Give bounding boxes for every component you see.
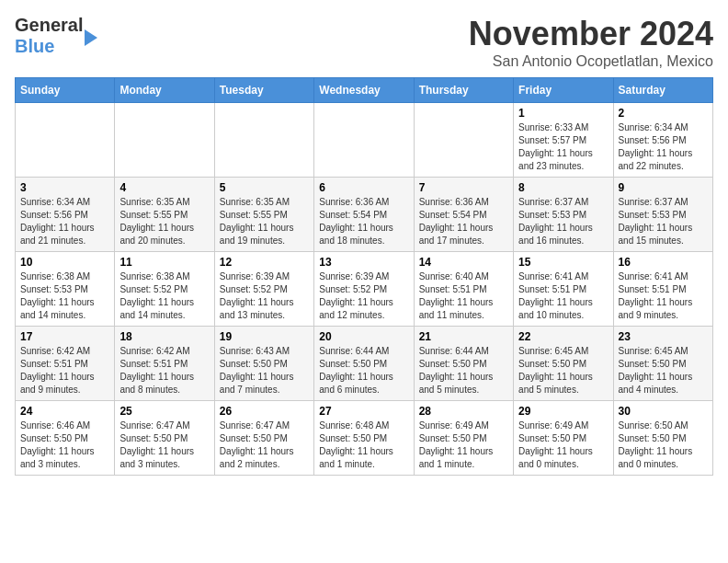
calendar-cell: 22Sunrise: 6:45 AM Sunset: 5:50 PM Dayli… [514, 327, 613, 401]
day-info: Sunrise: 6:47 AM Sunset: 5:50 PM Dayligh… [119, 419, 209, 471]
weekday-header-friday: Friday [514, 78, 613, 103]
calendar-cell: 1Sunrise: 6:33 AM Sunset: 5:57 PM Daylig… [514, 103, 613, 178]
day-number: 25 [119, 405, 209, 418]
calendar-cell [16, 103, 115, 178]
calendar-cell: 26Sunrise: 6:47 AM Sunset: 5:50 PM Dayli… [214, 401, 313, 476]
day-number: 27 [319, 405, 408, 418]
day-number: 18 [119, 330, 209, 343]
calendar-cell: 21Sunrise: 6:44 AM Sunset: 5:50 PM Dayli… [414, 327, 513, 401]
calendar-cell: 28Sunrise: 6:49 AM Sunset: 5:50 PM Dayli… [414, 401, 513, 476]
day-number: 23 [619, 330, 708, 343]
calendar-cell: 2Sunrise: 6:34 AM Sunset: 5:56 PM Daylig… [613, 103, 712, 178]
day-info: Sunrise: 6:45 AM Sunset: 5:50 PM Dayligh… [619, 345, 708, 396]
calendar-cell: 24Sunrise: 6:46 AM Sunset: 5:50 PM Dayli… [16, 401, 115, 476]
day-number: 26 [220, 405, 309, 418]
calendar-cell: 14Sunrise: 6:40 AM Sunset: 5:51 PM Dayli… [414, 252, 513, 327]
day-info: Sunrise: 6:39 AM Sunset: 5:52 PM Dayligh… [319, 270, 408, 322]
weekday-header-thursday: Thursday [414, 78, 513, 103]
calendar-cell: 12Sunrise: 6:39 AM Sunset: 5:52 PM Dayli… [214, 252, 313, 327]
day-number: 20 [319, 330, 408, 343]
calendar-cell [115, 103, 214, 178]
day-info: Sunrise: 6:35 AM Sunset: 5:55 PM Dayligh… [119, 196, 209, 247]
day-info: Sunrise: 6:42 AM Sunset: 5:51 PM Dayligh… [119, 345, 209, 396]
logo-general: General [15, 15, 83, 36]
day-info: Sunrise: 6:47 AM Sunset: 5:50 PM Dayligh… [220, 419, 309, 471]
logo: General Blue [15, 15, 97, 57]
day-number: 21 [419, 330, 508, 343]
day-number: 16 [619, 256, 708, 269]
week-row-3: 10Sunrise: 6:38 AM Sunset: 5:53 PM Dayli… [16, 252, 713, 327]
day-number: 13 [319, 256, 408, 269]
calendar-cell: 11Sunrise: 6:38 AM Sunset: 5:52 PM Dayli… [115, 252, 214, 327]
calendar-cell: 8Sunrise: 6:37 AM Sunset: 5:53 PM Daylig… [514, 178, 613, 252]
day-number: 3 [20, 181, 109, 194]
day-number: 1 [518, 107, 608, 120]
day-info: Sunrise: 6:38 AM Sunset: 5:53 PM Dayligh… [20, 270, 109, 322]
day-info: Sunrise: 6:45 AM Sunset: 5:50 PM Dayligh… [518, 345, 608, 396]
day-info: Sunrise: 6:49 AM Sunset: 5:50 PM Dayligh… [518, 419, 608, 471]
day-number: 6 [319, 181, 408, 194]
day-number: 29 [518, 405, 608, 418]
weekday-header-row: SundayMondayTuesdayWednesdayThursdayFrid… [16, 78, 713, 103]
calendar-cell: 25Sunrise: 6:47 AM Sunset: 5:50 PM Dayli… [115, 401, 214, 476]
day-number: 17 [20, 330, 109, 343]
day-number: 8 [518, 181, 608, 194]
weekday-header-tuesday: Tuesday [214, 78, 313, 103]
day-number: 28 [419, 405, 508, 418]
day-info: Sunrise: 6:35 AM Sunset: 5:55 PM Dayligh… [220, 196, 309, 247]
day-info: Sunrise: 6:41 AM Sunset: 5:51 PM Dayligh… [518, 270, 608, 322]
day-number: 12 [220, 256, 309, 269]
logo-blue: Blue [15, 36, 83, 57]
day-info: Sunrise: 6:49 AM Sunset: 5:50 PM Dayligh… [419, 419, 508, 471]
calendar-cell: 16Sunrise: 6:41 AM Sunset: 5:51 PM Dayli… [613, 252, 712, 327]
day-number: 5 [220, 181, 309, 194]
week-row-2: 3Sunrise: 6:34 AM Sunset: 5:56 PM Daylig… [16, 178, 713, 252]
day-number: 19 [220, 330, 309, 343]
month-title: November 2024 [469, 15, 713, 53]
calendar-cell: 27Sunrise: 6:48 AM Sunset: 5:50 PM Dayli… [314, 401, 414, 476]
calendar-cell [414, 103, 513, 178]
day-number: 14 [419, 256, 508, 269]
day-info: Sunrise: 6:44 AM Sunset: 5:50 PM Dayligh… [419, 345, 508, 396]
day-info: Sunrise: 6:34 AM Sunset: 5:56 PM Dayligh… [619, 121, 708, 173]
day-number: 4 [119, 181, 209, 194]
weekday-header-monday: Monday [115, 78, 214, 103]
day-number: 7 [419, 181, 508, 194]
day-info: Sunrise: 6:36 AM Sunset: 5:54 PM Dayligh… [419, 196, 508, 247]
location-title: San Antonio Ocopetlatlan, Mexico [469, 53, 713, 70]
day-number: 24 [20, 405, 109, 418]
header: General Blue November 2024 San Antonio O… [15, 15, 713, 70]
calendar-cell: 15Sunrise: 6:41 AM Sunset: 5:51 PM Dayli… [514, 252, 613, 327]
calendar-cell: 17Sunrise: 6:42 AM Sunset: 5:51 PM Dayli… [16, 327, 115, 401]
title-area: November 2024 San Antonio Ocopetlatlan, … [469, 15, 713, 70]
logo-triangle-icon [85, 29, 97, 46]
day-info: Sunrise: 6:41 AM Sunset: 5:51 PM Dayligh… [619, 270, 708, 322]
calendar-cell: 29Sunrise: 6:49 AM Sunset: 5:50 PM Dayli… [514, 401, 613, 476]
day-info: Sunrise: 6:46 AM Sunset: 5:50 PM Dayligh… [20, 419, 109, 471]
day-info: Sunrise: 6:37 AM Sunset: 5:53 PM Dayligh… [619, 196, 708, 247]
calendar-cell: 18Sunrise: 6:42 AM Sunset: 5:51 PM Dayli… [115, 327, 214, 401]
calendar-cell: 9Sunrise: 6:37 AM Sunset: 5:53 PM Daylig… [613, 178, 712, 252]
day-info: Sunrise: 6:48 AM Sunset: 5:50 PM Dayligh… [319, 419, 408, 471]
day-info: Sunrise: 6:34 AM Sunset: 5:56 PM Dayligh… [20, 196, 109, 247]
weekday-header-sunday: Sunday [16, 78, 115, 103]
day-info: Sunrise: 6:43 AM Sunset: 5:50 PM Dayligh… [220, 345, 309, 396]
day-info: Sunrise: 6:37 AM Sunset: 5:53 PM Dayligh… [518, 196, 608, 247]
day-number: 10 [20, 256, 109, 269]
calendar-cell [314, 103, 414, 178]
day-info: Sunrise: 6:40 AM Sunset: 5:51 PM Dayligh… [419, 270, 508, 322]
week-row-5: 24Sunrise: 6:46 AM Sunset: 5:50 PM Dayli… [16, 401, 713, 476]
day-info: Sunrise: 6:50 AM Sunset: 5:50 PM Dayligh… [619, 419, 708, 471]
day-number: 9 [619, 181, 708, 194]
day-number: 11 [119, 256, 209, 269]
calendar-cell: 13Sunrise: 6:39 AM Sunset: 5:52 PM Dayli… [314, 252, 414, 327]
day-number: 2 [619, 107, 708, 120]
calendar-cell: 23Sunrise: 6:45 AM Sunset: 5:50 PM Dayli… [613, 327, 712, 401]
day-info: Sunrise: 6:38 AM Sunset: 5:52 PM Dayligh… [119, 270, 209, 322]
calendar-cell: 20Sunrise: 6:44 AM Sunset: 5:50 PM Dayli… [314, 327, 414, 401]
week-row-4: 17Sunrise: 6:42 AM Sunset: 5:51 PM Dayli… [16, 327, 713, 401]
week-row-1: 1Sunrise: 6:33 AM Sunset: 5:57 PM Daylig… [16, 103, 713, 178]
day-info: Sunrise: 6:44 AM Sunset: 5:50 PM Dayligh… [319, 345, 408, 396]
day-number: 15 [518, 256, 608, 269]
calendar-cell: 6Sunrise: 6:36 AM Sunset: 5:54 PM Daylig… [314, 178, 414, 252]
